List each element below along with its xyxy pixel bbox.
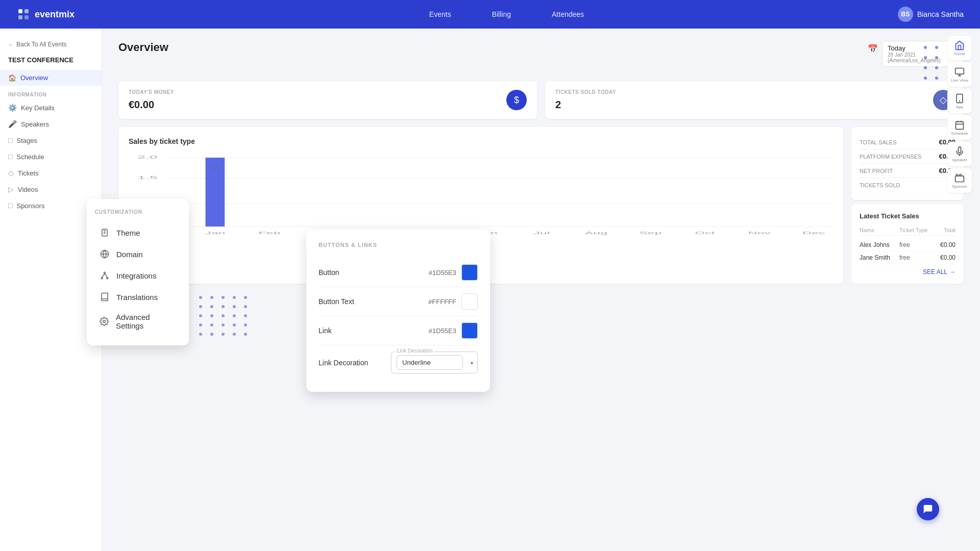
customization-integrations[interactable]: Integrations — [95, 265, 181, 286]
tickets-value: 2 — [555, 99, 616, 111]
svg-text:Nov: Nov — [748, 231, 771, 235]
ticket-total-1: €0.00 — [930, 254, 955, 261]
nav-username: Bianca Santha — [917, 10, 964, 18]
customization-domain[interactable]: Domain — [95, 243, 181, 265]
bl-link-hex: #1D55E3 — [429, 327, 456, 335]
bl-row-button: Button #1D55E3 — [318, 258, 478, 287]
sidebar-item-tickets[interactable]: ◇ Tickets — [0, 165, 102, 181]
logo-icon — [16, 7, 31, 21]
nav-attendees[interactable]: Attendees — [552, 10, 584, 18]
bl-link-decoration-label: Link Decoration — [318, 359, 368, 367]
chat-bubble[interactable] — [917, 498, 939, 520]
financial-card: TOTAL SALES €0.00 PLATFORM EXPENSES €0.0… — [851, 127, 964, 200]
ticket-sales-title: Latest Ticket Sales — [860, 212, 955, 220]
integrations-icon — [99, 270, 110, 281]
translations-label: Translations — [116, 293, 158, 302]
customization-advanced[interactable]: Advanced Settings — [95, 308, 181, 335]
total-sales-label: TOTAL SALES — [860, 139, 897, 145]
stat-card-tickets: TICKETS SOLD TODAY 2 ◇ — [545, 81, 964, 119]
bl-link-decoration-right: Link Decoration Underline None Overline … — [391, 352, 478, 373]
ticket-type-1: free — [899, 254, 930, 261]
sidebar-item-keydetails[interactable]: ⚙️ Key Details — [0, 99, 102, 116]
sidebar-item-overview[interactable]: 🏠 Overview — [0, 70, 102, 86]
nav-events[interactable]: Events — [429, 10, 451, 18]
col-name: Name — [860, 227, 899, 233]
page-title: Overview — [118, 41, 168, 54]
link-decoration-field-label: Link Decoration — [396, 348, 434, 354]
svg-text:Feb: Feb — [258, 231, 280, 235]
advanced-settings-icon — [99, 316, 110, 327]
logo[interactable]: eventmix — [16, 7, 75, 21]
chart-container: 2.0 1.5 0.7 0.0 Jan Feb — [129, 154, 833, 235]
svg-rect-0 — [18, 9, 22, 13]
rs-home[interactable]: Home — [947, 36, 972, 60]
svg-rect-34 — [955, 68, 964, 74]
sidebar-item-speakers[interactable]: 🎤 Speakers — [0, 116, 102, 132]
svg-rect-3 — [24, 15, 29, 19]
svg-text:2: 2 — [211, 165, 218, 170]
main-content: Overview 📅 Today ▾ 28 Jan 2021 (America/… — [102, 29, 980, 551]
sidebar-item-stages[interactable]: □ Stages — [0, 132, 102, 148]
ticket-name-0: Alex Johns — [860, 241, 899, 248]
customization-section-label: CUSTOMIZATION — [95, 209, 181, 215]
financial-row-tickets: TICKETS SOLD 2 — [860, 178, 955, 192]
money-icon: $ — [506, 90, 527, 110]
stat-card-money: TODAY'S MONEY €0.00 $ — [118, 81, 537, 119]
stats-row: TODAY'S MONEY €0.00 $ TICKETS SOLD TODAY… — [118, 81, 964, 119]
nav-billing[interactable]: Billing — [492, 10, 511, 18]
bl-row-link: Link #1D55E3 — [318, 316, 478, 345]
right-dots — [924, 46, 939, 80]
rs-liveview-label: Live View — [951, 78, 968, 83]
overview-label: Overview — [20, 74, 48, 82]
schedule-icon: □ — [8, 153, 12, 161]
rs-speaker-label: Speaker — [952, 158, 967, 162]
stages-icon: □ — [8, 136, 12, 144]
sponsors-icon: □ — [8, 202, 12, 210]
link-decoration-select[interactable]: Underline None Overline Line-through — [397, 355, 463, 370]
theme-icon — [99, 227, 110, 238]
svg-point-33 — [103, 320, 106, 323]
advanced-settings-label: Advanced Settings — [116, 313, 177, 330]
nav-user[interactable]: BS Bianca Santha — [898, 7, 964, 22]
dots-grid-bottom — [199, 296, 249, 336]
rs-app-label: App — [956, 105, 963, 109]
rs-liveview[interactable]: Live View — [947, 62, 972, 87]
overview-icon: 🏠 — [8, 74, 16, 82]
rs-schedule[interactable]: Schedule — [947, 115, 972, 140]
ticket-table-header: Name Ticket Type Total — [860, 225, 955, 236]
svg-line-32 — [105, 273, 107, 278]
back-arrow-icon: ← — [8, 42, 13, 47]
content-grid: Sales by ticket type 2.0 1.5 0.7 0.0 — [118, 127, 964, 284]
bl-button-text-swatch[interactable] — [461, 293, 478, 310]
svg-line-31 — [102, 273, 105, 278]
financial-row-net: NET PROFIT €0.00 — [860, 164, 955, 178]
calendar-icon: 📅 — [868, 44, 878, 54]
svg-rect-2 — [18, 15, 22, 19]
theme-label: Theme — [116, 229, 140, 237]
bl-row-link-decoration: Link Decoration Link Decoration Underlin… — [318, 345, 478, 380]
sidebar-item-schedule[interactable]: □ Schedule — [0, 148, 102, 165]
back-link-text: Back To All Events — [16, 41, 67, 48]
rs-sponsor[interactable]: Sponsor — [947, 168, 972, 193]
ticket-type-0: free — [899, 241, 930, 248]
sidebar-item-videos[interactable]: ▷ Videos — [0, 181, 102, 197]
bl-title: BUTTONS & LINKS — [318, 242, 478, 248]
bl-button-right: #1D55E3 — [429, 264, 478, 281]
info-section-label: INFORMATION — [0, 86, 102, 99]
see-all-text: SEE ALL — [923, 268, 947, 276]
chart-title: Sales by ticket type — [129, 137, 833, 145]
platform-label: PLATFORM EXPENSES — [860, 154, 921, 160]
rs-speaker[interactable]: Speaker — [947, 142, 972, 166]
right-sidebar: Home Live View App Schedule Speaker — [947, 36, 972, 193]
link-decoration-chevron-icon: ▾ — [471, 360, 473, 365]
customization-theme[interactable]: Theme — [95, 222, 181, 243]
bl-link-swatch[interactable] — [461, 322, 478, 339]
tickets-label: TICKETS SOLD TODAY — [555, 89, 616, 95]
see-all-link[interactable]: SEE ALL → — [860, 264, 955, 276]
rs-app[interactable]: App — [947, 89, 972, 113]
customization-translations[interactable]: Translations — [95, 286, 181, 308]
back-link[interactable]: ← Back To All Events — [0, 37, 102, 52]
bl-button-swatch[interactable] — [461, 264, 478, 281]
bl-button-text-right: #FFFFFF — [428, 293, 478, 310]
bl-link-label: Link — [318, 327, 332, 335]
